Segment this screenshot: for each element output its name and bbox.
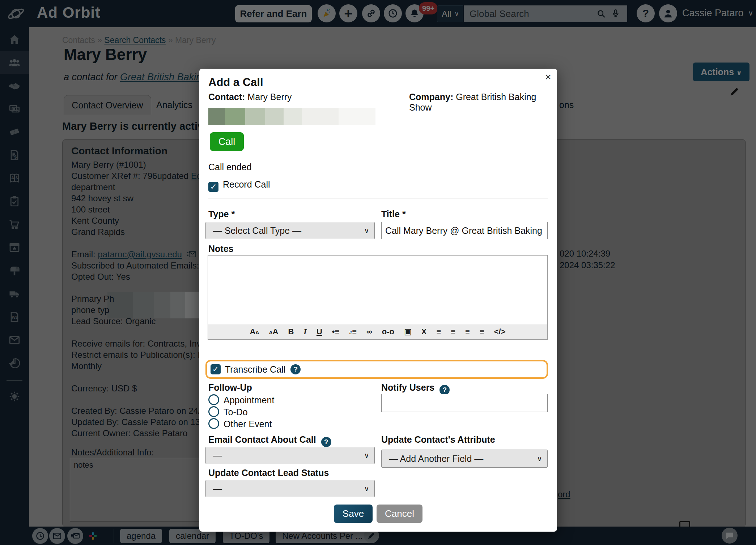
modal-title: Add a Call (208, 76, 263, 89)
followup-option-todo[interactable]: To-Do (208, 406, 248, 417)
modal-divider (208, 499, 548, 499)
remove-link-icon[interactable]: o-o (382, 327, 394, 336)
justify-icon[interactable]: ≡ (480, 327, 484, 336)
font-size-decrease-icon[interactable]: AA (250, 327, 259, 336)
update-lead-status-select[interactable]: —∨ (205, 480, 375, 497)
call-status-text: Call ended (208, 162, 252, 172)
email-about-label: Email Contact About Call? (208, 434, 331, 447)
align-center-icon[interactable]: ≡ (451, 327, 455, 336)
app-root: Ad Orbit Refer and Earn + 99 (0, 0, 756, 545)
call-type-select[interactable]: — Select Call Type —∨ (205, 222, 375, 239)
record-call-label: Record Call (223, 179, 270, 189)
notes-editor[interactable]: AA AA B I U •≡ #≡ ∞ o-o ▣ X ≡ ≡ ≡ ≡ </> (208, 255, 548, 340)
numbered-list-icon[interactable]: #≡ (349, 327, 357, 336)
type-label: Type * (208, 209, 235, 219)
radio-icon[interactable] (208, 418, 219, 429)
radio-icon[interactable] (208, 394, 219, 405)
chevron-down-icon: ∨ (364, 480, 369, 497)
title-label: Title * (381, 209, 406, 219)
chevron-down-icon: ∨ (537, 450, 542, 467)
bold-icon[interactable]: B (288, 327, 294, 336)
followup-label: Follow-Up (208, 382, 252, 393)
insert-link-icon[interactable]: ∞ (366, 327, 372, 336)
update-attribute-select[interactable]: — Add Another Field —∨ (381, 450, 548, 468)
save-button[interactable]: Save (334, 505, 373, 523)
email-about-select[interactable]: —∨ (205, 447, 375, 464)
notify-help-icon[interactable]: ? (439, 385, 450, 395)
followup-option-other-event[interactable]: Other Event (208, 418, 272, 429)
email-about-help-icon[interactable]: ? (321, 437, 331, 447)
notes-label: Notes (208, 244, 233, 254)
code-view-icon[interactable]: </> (494, 327, 506, 336)
call-title-input[interactable] (381, 222, 548, 239)
redacted-phone-strip (208, 108, 375, 125)
align-left-icon[interactable]: ≡ (436, 327, 441, 336)
notify-users-label: Notify Users? (381, 382, 450, 395)
bulleted-list-icon[interactable]: •≡ (332, 327, 340, 336)
modal-divider (208, 198, 548, 198)
record-call-checkbox[interactable]: ✓ (208, 182, 218, 192)
chevron-down-icon: ∨ (364, 447, 369, 464)
record-call-row: ✓Record Call (208, 179, 270, 192)
call-button[interactable]: Call (210, 132, 244, 151)
close-icon[interactable]: × (545, 71, 551, 83)
update-lead-status-label: Update Contact Lead Status (208, 468, 329, 478)
followup-option-appointment[interactable]: Appointment (208, 394, 274, 405)
update-attribute-label: Update Contact's Attribute (381, 434, 495, 445)
add-call-modal: × Add a Call Contact: Mary Berry Company… (199, 69, 557, 532)
chevron-down-icon: ∨ (364, 222, 369, 239)
radio-icon[interactable] (208, 406, 219, 417)
underline-icon[interactable]: U (317, 327, 322, 336)
clear-formatting-icon[interactable]: X (421, 327, 427, 336)
align-right-icon[interactable]: ≡ (465, 327, 470, 336)
transcribe-help-icon[interactable]: ? (290, 364, 301, 374)
italic-icon[interactable]: I (303, 327, 307, 336)
notes-toolbar: AA AA B I U •≡ #≡ ∞ o-o ▣ X ≡ ≡ ≡ ≡ </> (208, 324, 547, 339)
font-size-increase-icon[interactable]: AA (269, 327, 278, 336)
insert-image-icon[interactable]: ▣ (404, 327, 412, 336)
transcribe-call-highlight: ✓ Transcribe Call ? (205, 360, 548, 379)
cancel-button[interactable]: Cancel (377, 505, 422, 523)
modal-company-line: Company: Great British Baking Show (409, 92, 557, 113)
modal-contact-line: Contact: Mary Berry (208, 92, 292, 102)
transcribe-call-checkbox[interactable]: ✓ (211, 364, 221, 374)
notify-users-input[interactable] (381, 394, 548, 412)
transcribe-call-label: Transcribe Call (225, 364, 285, 375)
